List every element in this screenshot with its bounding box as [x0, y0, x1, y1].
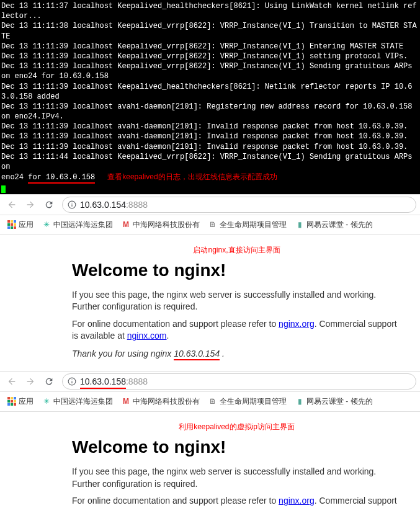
back-button[interactable]	[4, 197, 20, 213]
page-annotation: 利用keepalived的虚拟ip访问主界面	[72, 418, 401, 434]
url-port: :8888	[126, 377, 148, 386]
highlighted-vip: for 10.63.0.158	[28, 173, 95, 184]
bookmark-label: 全生命周期项目管理	[220, 220, 287, 230]
nginx-thanks: Thank you for using nginx 10.63.0.154 .	[72, 349, 401, 359]
bookmarks-bar: 应用 ✳中国远洋海运集团 M中海网络科技股份有 🗎全生命周期项目管理 ▮网易云课…	[0, 392, 420, 412]
nginx-paragraph: If you see this page, the nginx web serv…	[72, 289, 401, 313]
apps-icon	[7, 397, 16, 406]
log-line: Dec 13 11:11:39 localhost avahi-daemon[2…	[1, 122, 408, 131]
arrow-right-icon	[25, 377, 35, 386]
log-line: Dec 13 11:11:39 localhost Keepalived_vrr…	[1, 62, 417, 81]
favicon-icon: ✳	[42, 397, 51, 406]
bookmark-item[interactable]: M中海网络科技股份有	[118, 394, 203, 409]
page-title: Welcome to nginx!	[72, 261, 401, 280]
favicon-icon: 🗎	[208, 220, 217, 229]
page-title: Welcome to nginx!	[72, 437, 401, 457]
bookmark-item[interactable]: 🗎全生命周期项目管理	[205, 217, 290, 233]
address-bar[interactable]: 10.63.0.154:8888	[62, 197, 416, 213]
url-text: 10.63.0.154:8888	[80, 200, 148, 210]
bookmark-item[interactable]: ✳中国远洋海运集团	[38, 394, 117, 409]
info-icon[interactable]	[68, 377, 76, 386]
bookmark-label: 网易云课堂 - 领先的	[306, 396, 373, 407]
apps-button[interactable]: 应用	[4, 394, 37, 409]
apps-label: 应用	[19, 220, 34, 230]
info-icon[interactable]	[68, 200, 76, 209]
log-line: Dec 13 11:11:44 localhost Keepalived_vrr…	[1, 153, 417, 171]
bookmark-label: 网易云课堂 - 领先的	[306, 220, 373, 230]
log-line: Dec 13 11:11:39 localhost avahi-daemon[2…	[1, 132, 408, 141]
nginx-paragraph: If you see this page, the nginx web serv…	[72, 466, 401, 490]
address-bar[interactable]: 10.63.0.158:8888	[62, 373, 416, 390]
reload-button[interactable]	[41, 373, 57, 390]
server-ip: 10.63.0.154	[174, 349, 220, 360]
browser-nav-bar: 10.63.0.154:8888	[0, 194, 420, 215]
reload-icon	[44, 200, 54, 210]
page-body: 启动nginx,直接访问主界面 Welcome to nginx! If you…	[0, 235, 420, 371]
bookmark-label: 中国远洋海运集团	[53, 396, 113, 407]
back-button[interactable]	[4, 373, 20, 390]
bookmark-item[interactable]: ✳中国远洋海运集团	[38, 217, 117, 233]
log-line: Dec 13 11:11:39 localhost Keepalived_vrr…	[1, 52, 408, 61]
bookmark-label: 中海网络科技股份有	[133, 220, 200, 230]
bookmark-item[interactable]: M中海网络科技股份有	[118, 217, 203, 233]
forward-button[interactable]	[22, 373, 38, 390]
reload-icon	[44, 377, 54, 386]
svg-point-5	[71, 380, 72, 380]
log-line: Dec 13 11:11:38 localhost Keepalived_vrr…	[1, 22, 417, 40]
favicon-icon: M	[122, 220, 130, 229]
nginx-org-link[interactable]: nginx.org	[279, 496, 315, 506]
favicon-icon: ▮	[295, 397, 304, 406]
favicon-icon: ▮	[295, 220, 304, 229]
log-line: Dec 13 11:11:37 localhost Keepalived_hea…	[1, 2, 417, 20]
url-text: 10.63.0.158:8888	[80, 377, 148, 386]
nginx-com-link[interactable]: nginx.com	[127, 331, 167, 341]
apps-label: 应用	[19, 396, 34, 407]
favicon-icon: ✳	[42, 220, 51, 229]
log-line: Dec 13 11:11:39 localhost avahi-daemon[2…	[1, 102, 417, 121]
nginx-org-link[interactable]: nginx.org	[279, 319, 315, 329]
nginx-paragraph: For online documentation and support ple…	[72, 495, 401, 508]
reload-button[interactable]	[41, 197, 57, 213]
arrow-right-icon	[25, 200, 35, 210]
log-line: Dec 13 11:11:39 localhost Keepalived_vrr…	[1, 42, 403, 51]
bookmarks-bar: 应用 ✳中国远洋海运集团 M中海网络科技股份有 🗎全生命周期项目管理 ▮网易云课…	[0, 215, 420, 235]
svg-point-2	[71, 202, 72, 203]
url-host: 10.63.0.158	[80, 377, 126, 389]
bookmark-label: 中国远洋海运集团	[53, 220, 113, 230]
arrow-left-icon	[7, 200, 17, 210]
nginx-paragraph: For online documentation and support ple…	[72, 318, 401, 342]
arrow-left-icon	[7, 377, 17, 386]
apps-icon	[7, 220, 16, 229]
bookmark-label: 中海网络科技股份有	[133, 396, 200, 407]
bookmark-item[interactable]: ▮网易云课堂 - 领先的	[292, 217, 377, 233]
bookmark-label: 全生命周期项目管理	[220, 396, 287, 407]
favicon-icon: M	[122, 397, 130, 406]
url-port: :8888	[126, 200, 148, 210]
browser-nav-bar: 10.63.0.158:8888	[0, 371, 420, 392]
apps-button[interactable]: 应用	[4, 217, 37, 233]
url-host: 10.63.0.154	[80, 200, 126, 210]
forward-button[interactable]	[22, 197, 38, 213]
log-line: Dec 13 11:11:39 localhost avahi-daemon[2…	[1, 143, 408, 151]
bookmark-item[interactable]: ▮网易云课堂 - 领先的	[292, 394, 377, 409]
bookmark-item[interactable]: 🗎全生命周期项目管理	[205, 394, 290, 409]
favicon-icon: 🗎	[208, 397, 217, 406]
terminal-cursor	[1, 185, 6, 193]
log-line: Dec 13 11:11:39 localhost Keepalived_hea…	[1, 82, 413, 101]
terminal-output: Dec 13 11:11:37 localhost Keepalived_hea…	[0, 0, 420, 194]
page-body: 利用keepalived的虚拟ip访问主界面 Welcome to nginx!…	[0, 412, 420, 508]
page-annotation: 启动nginx,直接访问主界面	[72, 241, 401, 257]
terminal-annotation: 查看keepalived的日志，出现红线信息表示配置成功	[107, 172, 277, 181]
log-line-prefix: eno24	[1, 173, 28, 182]
